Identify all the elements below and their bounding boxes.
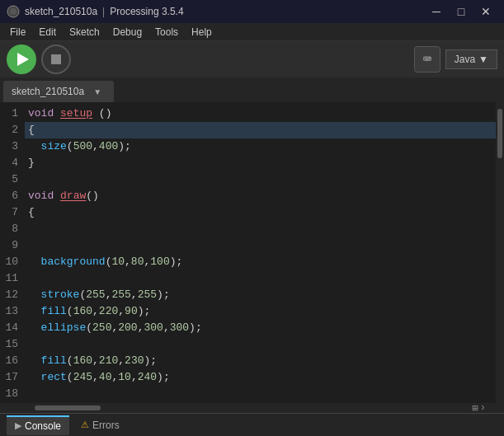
tab-dropdown-button[interactable]: ▼ [89, 81, 106, 102]
scrollbar-thumb-horizontal[interactable] [35, 406, 101, 410]
menu-tools[interactable]: Tools [148, 23, 185, 40]
ln-13: 13 [3, 303, 18, 320]
code-line-1: void setup () [25, 105, 496, 122]
app-icon [7, 5, 20, 18]
bottom-panel: ▶ Console ⚠ Errors [0, 413, 504, 436]
app-name-title: Processing 3.5.4 [110, 6, 183, 17]
java-dropdown-button[interactable]: Java ▼ [445, 49, 497, 69]
ln-15: 15 [3, 336, 18, 353]
console-tab-label: Console [25, 420, 61, 432]
code-line-14: ellipse ( 250 , 200 , 300 , 300 ); [25, 320, 496, 336]
dropdown-arrow-icon: ▼ [478, 54, 488, 65]
kw-void-1: void [28, 105, 54, 122]
fn-rect: rect [41, 369, 67, 386]
tab-console[interactable]: ▶ Console [7, 415, 69, 435]
menu-edit[interactable]: Edit [32, 23, 63, 40]
ln-1: 1 [3, 105, 18, 122]
h-icon-grid[interactable]: ⊞ [473, 402, 478, 414]
console-icon: ▶ [15, 420, 21, 431]
code-line-10: background ( 10 , 80 , 100 ); [25, 254, 496, 270]
kw-void-2: void [28, 188, 54, 204]
ln-11: 11 [3, 270, 18, 287]
minimize-button[interactable]: ─ [425, 3, 448, 20]
title-separator: | [102, 6, 105, 17]
fn-fill-2: fill [41, 353, 67, 369]
horizontal-scrollbar[interactable]: ⊞ › [0, 403, 504, 413]
fn-size: size [41, 138, 67, 155]
title-bar: sketch_210510a | Processing 3.5.4 ─ □ ✕ [0, 0, 504, 23]
code-line-9 [25, 237, 496, 254]
maximize-button[interactable]: □ [450, 3, 473, 20]
ln-8: 8 [3, 221, 18, 237]
fn-fill-1: fill [41, 303, 67, 320]
panel-tab-bar: ▶ Console ⚠ Errors [0, 413, 504, 436]
run-button[interactable] [7, 45, 36, 74]
code-line-3: size ( 500 , 400 ); [25, 138, 496, 155]
tab-errors[interactable]: ⚠ Errors [73, 415, 128, 435]
menu-help[interactable]: Help [185, 23, 219, 40]
sketch-tab[interactable]: sketch_210510a ▼ [3, 81, 114, 102]
tab-label: sketch_210510a [12, 86, 84, 97]
code-line-7: { [25, 204, 496, 221]
ln-7: 7 [3, 204, 18, 221]
menu-file[interactable]: File [3, 23, 32, 40]
scrollbar-thumb-vertical[interactable] [497, 109, 502, 158]
ln-5: 5 [3, 171, 18, 188]
menu-sketch[interactable]: Sketch [63, 23, 106, 40]
ln-16: 16 [3, 353, 18, 369]
menu-bar: File Edit Sketch Debug Tools Help [0, 23, 504, 41]
vertical-scrollbar[interactable] [496, 102, 504, 403]
ln-12: 12 [3, 287, 18, 303]
code-line-6: void draw () [25, 188, 496, 204]
ln-9: 9 [3, 237, 18, 254]
ln-17: 17 [3, 369, 18, 386]
ln-18: 18 [3, 386, 18, 402]
code-line-13: fill ( 160 , 220 , 90 ); [25, 303, 496, 320]
fn-setup: setup [60, 105, 92, 122]
java-label: Java [455, 54, 475, 65]
errors-tab-label: Errors [92, 420, 120, 431]
code-editor[interactable]: void setup () { size ( 500 , 400 [25, 102, 496, 403]
keyboard-icon[interactable]: ⌨ [414, 46, 440, 73]
code-line-2: { [25, 122, 496, 138]
ln-10: 10 [3, 254, 18, 270]
line-numbers: 1 2 3 4 5 6 7 8 9 10 11 12 13 14 15 16 1… [0, 102, 25, 403]
code-line-11 [25, 270, 496, 287]
tab-bar: sketch_210510a ▼ [0, 77, 504, 102]
code-line-5 [25, 171, 496, 188]
ln-2: 2 [3, 122, 18, 138]
errors-icon: ⚠ [81, 420, 89, 430]
fn-ellipse-1: ellipse [41, 320, 87, 336]
sketch-name-title: sketch_210510a [25, 6, 97, 17]
editor-area: 1 2 3 4 5 6 7 8 9 10 11 12 13 14 15 16 1… [0, 102, 504, 413]
code-line-15 [25, 336, 496, 353]
code-line-17: rect ( 245 , 40 , 10 , 240 ); [25, 369, 496, 386]
code-line-16: fill ( 160 , 210 , 230 ); [25, 353, 496, 369]
code-line-8 [25, 221, 496, 237]
svg-point-1 [10, 8, 16, 15]
play-icon [17, 53, 29, 66]
ln-3: 3 [3, 138, 18, 155]
h-icon-arrow[interactable]: › [480, 402, 486, 413]
close-button[interactable]: ✕ [474, 3, 497, 20]
fn-stroke: stroke [41, 287, 80, 303]
ln-6: 6 [3, 188, 18, 204]
fn-background: background [41, 254, 106, 270]
ln-14: 14 [3, 320, 18, 336]
code-line-12: stroke ( 255 , 255 , 255 ); [25, 287, 496, 303]
stop-icon [51, 54, 61, 64]
menu-debug[interactable]: Debug [106, 23, 148, 40]
ln-4: 4 [3, 155, 18, 171]
toolbar: ⌨ Java ▼ [0, 41, 504, 77]
stop-button[interactable] [41, 45, 71, 74]
code-line-4: } [25, 155, 496, 171]
fn-draw: draw [60, 188, 86, 204]
code-line-18 [25, 386, 496, 402]
